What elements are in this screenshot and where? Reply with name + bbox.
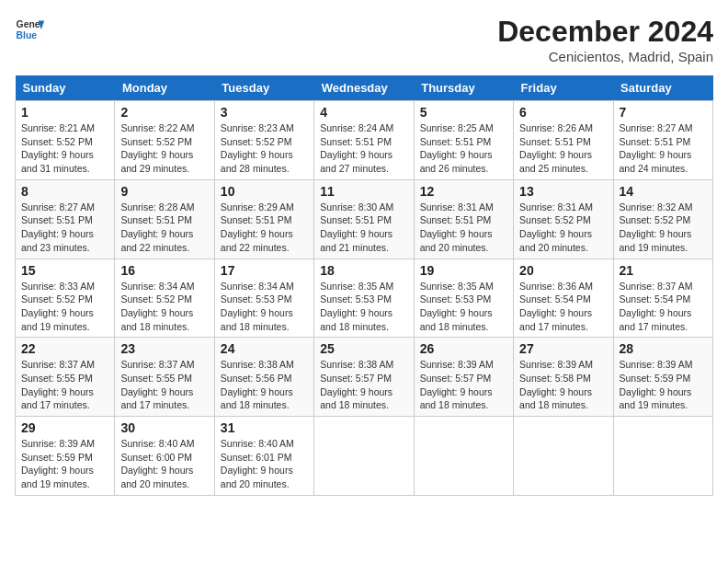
page-header: General Blue December 2024 Cenicientos, … xyxy=(15,15,713,64)
day-info: Sunrise: 8:39 AMSunset: 5:59 PMDaylight:… xyxy=(620,358,707,412)
calendar-cell: 5Sunrise: 8:25 AMSunset: 5:51 PMDaylight… xyxy=(414,101,513,180)
calendar-cell: 31Sunrise: 8:40 AMSunset: 6:01 PMDayligh… xyxy=(214,417,313,496)
col-header-wednesday: Wednesday xyxy=(314,75,414,101)
calendar-cell: 15Sunrise: 8:33 AMSunset: 5:52 PMDayligh… xyxy=(16,259,115,338)
col-header-friday: Friday xyxy=(514,75,613,101)
day-number: 29 xyxy=(21,420,108,435)
day-info: Sunrise: 8:34 AMSunset: 5:52 PMDaylight:… xyxy=(120,280,208,334)
calendar-cell: 11Sunrise: 8:30 AMSunset: 5:51 PMDayligh… xyxy=(314,179,414,259)
day-number: 21 xyxy=(620,263,707,278)
calendar-week-4: 22Sunrise: 8:37 AMSunset: 5:55 PMDayligh… xyxy=(16,338,713,417)
calendar-cell xyxy=(514,417,613,496)
day-info: Sunrise: 8:39 AMSunset: 5:58 PMDaylight:… xyxy=(519,358,607,412)
calendar-cell: 21Sunrise: 8:37 AMSunset: 5:54 PMDayligh… xyxy=(613,259,712,338)
col-header-monday: Monday xyxy=(115,75,214,101)
day-info: Sunrise: 8:21 AMSunset: 5:52 PMDaylight:… xyxy=(21,121,108,176)
calendar-cell: 25Sunrise: 8:38 AMSunset: 5:57 PMDayligh… xyxy=(314,338,414,417)
day-info: Sunrise: 8:26 AMSunset: 5:51 PMDaylight:… xyxy=(519,121,607,176)
day-info: Sunrise: 8:24 AMSunset: 5:51 PMDaylight:… xyxy=(320,121,407,176)
day-info: Sunrise: 8:36 AMSunset: 5:54 PMDaylight:… xyxy=(519,280,607,334)
day-number: 16 xyxy=(120,263,208,278)
day-info: Sunrise: 8:37 AMSunset: 5:54 PMDaylight:… xyxy=(620,280,707,334)
logo-icon: General Blue xyxy=(15,15,44,44)
calendar-cell: 1Sunrise: 8:21 AMSunset: 5:52 PMDaylight… xyxy=(16,101,115,180)
calendar-cell: 27Sunrise: 8:39 AMSunset: 5:58 PMDayligh… xyxy=(514,338,613,417)
day-info: Sunrise: 8:31 AMSunset: 5:51 PMDaylight:… xyxy=(420,201,507,255)
calendar-cell xyxy=(414,417,513,496)
calendar-cell xyxy=(613,417,712,496)
day-number: 4 xyxy=(320,105,407,120)
day-info: Sunrise: 8:25 AMSunset: 5:51 PMDaylight:… xyxy=(420,121,507,176)
day-info: Sunrise: 8:30 AMSunset: 5:51 PMDaylight:… xyxy=(320,201,407,255)
svg-text:Blue: Blue xyxy=(17,30,38,40)
day-number: 18 xyxy=(320,263,407,278)
col-header-tuesday: Tuesday xyxy=(214,75,313,101)
month-title: December 2024 xyxy=(497,15,713,49)
day-number: 3 xyxy=(221,105,308,120)
calendar-cell: 23Sunrise: 8:37 AMSunset: 5:55 PMDayligh… xyxy=(115,338,214,417)
day-number: 10 xyxy=(221,184,308,199)
calendar-cell: 22Sunrise: 8:37 AMSunset: 5:55 PMDayligh… xyxy=(16,338,115,417)
day-number: 17 xyxy=(221,263,308,278)
day-number: 15 xyxy=(21,263,108,278)
day-info: Sunrise: 8:35 AMSunset: 5:53 PMDaylight:… xyxy=(420,280,507,334)
day-info: Sunrise: 8:35 AMSunset: 5:53 PMDaylight:… xyxy=(320,280,407,334)
location: Cenicientos, Madrid, Spain xyxy=(497,49,713,64)
calendar-cell: 3Sunrise: 8:23 AMSunset: 5:52 PMDaylight… xyxy=(214,101,313,180)
day-number: 5 xyxy=(420,105,507,120)
calendar-cell: 2Sunrise: 8:22 AMSunset: 5:52 PMDaylight… xyxy=(115,101,214,180)
calendar-cell: 14Sunrise: 8:32 AMSunset: 5:52 PMDayligh… xyxy=(613,179,712,259)
day-info: Sunrise: 8:38 AMSunset: 5:57 PMDaylight:… xyxy=(320,358,407,412)
calendar-cell: 16Sunrise: 8:34 AMSunset: 5:52 PMDayligh… xyxy=(115,259,214,338)
calendar-week-5: 29Sunrise: 8:39 AMSunset: 5:59 PMDayligh… xyxy=(16,417,713,496)
day-number: 1 xyxy=(21,105,108,120)
day-info: Sunrise: 8:40 AMSunset: 6:01 PMDaylight:… xyxy=(221,437,308,491)
calendar-week-2: 8Sunrise: 8:27 AMSunset: 5:51 PMDaylight… xyxy=(16,179,713,259)
calendar-cell: 13Sunrise: 8:31 AMSunset: 5:52 PMDayligh… xyxy=(514,179,613,259)
calendar-cell: 4Sunrise: 8:24 AMSunset: 5:51 PMDaylight… xyxy=(314,101,414,180)
day-number: 26 xyxy=(420,341,507,356)
calendar-cell: 9Sunrise: 8:28 AMSunset: 5:51 PMDaylight… xyxy=(115,179,214,259)
calendar-cell: 10Sunrise: 8:29 AMSunset: 5:51 PMDayligh… xyxy=(214,179,313,259)
calendar-cell: 6Sunrise: 8:26 AMSunset: 5:51 PMDaylight… xyxy=(514,101,613,180)
calendar-table: SundayMondayTuesdayWednesdayThursdayFrid… xyxy=(15,75,713,496)
calendar-cell: 20Sunrise: 8:36 AMSunset: 5:54 PMDayligh… xyxy=(514,259,613,338)
title-block: December 2024 Cenicientos, Madrid, Spain xyxy=(497,15,713,64)
day-info: Sunrise: 8:22 AMSunset: 5:52 PMDaylight:… xyxy=(120,121,208,176)
calendar-cell: 26Sunrise: 8:39 AMSunset: 5:57 PMDayligh… xyxy=(414,338,513,417)
day-number: 20 xyxy=(519,263,607,278)
calendar-header-row: SundayMondayTuesdayWednesdayThursdayFrid… xyxy=(16,75,713,101)
day-info: Sunrise: 8:28 AMSunset: 5:51 PMDaylight:… xyxy=(120,201,208,255)
col-header-saturday: Saturday xyxy=(613,75,712,101)
day-number: 11 xyxy=(320,184,407,199)
day-number: 6 xyxy=(519,105,607,120)
calendar-week-1: 1Sunrise: 8:21 AMSunset: 5:52 PMDaylight… xyxy=(16,101,713,180)
day-number: 23 xyxy=(120,341,208,356)
day-number: 19 xyxy=(420,263,507,278)
day-info: Sunrise: 8:37 AMSunset: 5:55 PMDaylight:… xyxy=(120,358,208,412)
calendar-cell: 29Sunrise: 8:39 AMSunset: 5:59 PMDayligh… xyxy=(16,417,115,496)
calendar-week-3: 15Sunrise: 8:33 AMSunset: 5:52 PMDayligh… xyxy=(16,259,713,338)
calendar-cell: 17Sunrise: 8:34 AMSunset: 5:53 PMDayligh… xyxy=(214,259,313,338)
day-number: 8 xyxy=(21,184,108,199)
day-number: 30 xyxy=(120,420,208,435)
day-number: 2 xyxy=(120,105,208,120)
day-number: 31 xyxy=(221,420,308,435)
col-header-sunday: Sunday xyxy=(16,75,115,101)
day-number: 9 xyxy=(120,184,208,199)
day-number: 12 xyxy=(420,184,507,199)
logo: General Blue xyxy=(15,15,44,44)
day-number: 22 xyxy=(21,341,108,356)
day-info: Sunrise: 8:23 AMSunset: 5:52 PMDaylight:… xyxy=(221,121,308,176)
day-info: Sunrise: 8:37 AMSunset: 5:55 PMDaylight:… xyxy=(21,358,108,412)
calendar-cell: 19Sunrise: 8:35 AMSunset: 5:53 PMDayligh… xyxy=(414,259,513,338)
calendar-cell: 28Sunrise: 8:39 AMSunset: 5:59 PMDayligh… xyxy=(613,338,712,417)
day-number: 25 xyxy=(320,341,407,356)
day-number: 27 xyxy=(519,341,607,356)
calendar-cell: 30Sunrise: 8:40 AMSunset: 6:00 PMDayligh… xyxy=(115,417,214,496)
day-info: Sunrise: 8:40 AMSunset: 6:00 PMDaylight:… xyxy=(120,437,208,491)
day-info: Sunrise: 8:39 AMSunset: 5:59 PMDaylight:… xyxy=(21,437,108,491)
day-info: Sunrise: 8:29 AMSunset: 5:51 PMDaylight:… xyxy=(221,201,308,255)
calendar-cell: 18Sunrise: 8:35 AMSunset: 5:53 PMDayligh… xyxy=(314,259,414,338)
day-info: Sunrise: 8:38 AMSunset: 5:56 PMDaylight:… xyxy=(221,358,308,412)
